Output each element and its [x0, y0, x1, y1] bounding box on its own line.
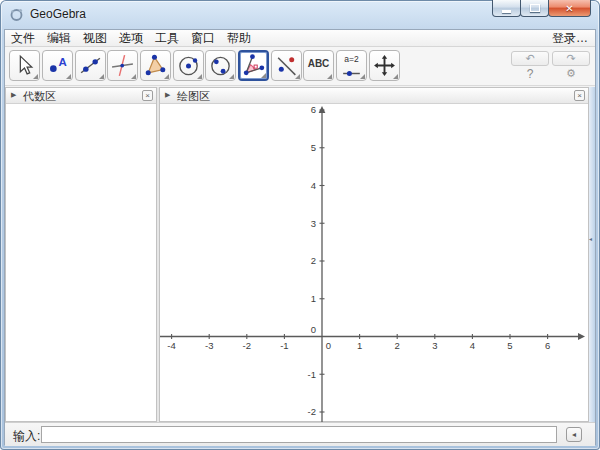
input-label: 输入:: [13, 428, 40, 445]
x-tick-label: -2: [243, 340, 251, 351]
undo-icon: ↶: [525, 52, 534, 64]
x-tick-label: 5: [507, 340, 512, 351]
redo-button[interactable]: ↷: [552, 51, 590, 66]
algebra-panel: ▶ 代数区 ×: [5, 87, 157, 422]
main-area: ▶ 代数区 × ▶ 绘图区 × -4-3-2-10123456-2-101234…: [5, 87, 595, 422]
minimize-icon: [502, 10, 511, 13]
menubar: 文件 编辑 视图 选项 工具 窗口 帮助 登录…: [5, 30, 595, 47]
graphics-panel-title: 绘图区: [177, 89, 210, 104]
dropdown-arrow-icon: [33, 74, 38, 79]
input-help-arrow-icon: ◂: [572, 430, 576, 439]
titlebar: GeoGebra ✕: [0, 0, 600, 29]
minimize-button[interactable]: [492, 0, 521, 17]
dropdown-arrow-icon: [261, 73, 266, 78]
menu-item-edit[interactable]: 编辑: [41, 30, 77, 47]
algebra-panel-title: 代数区: [23, 89, 56, 104]
y-tick-label: -1: [308, 369, 316, 380]
input-bar: 输入: ◂: [5, 422, 595, 446]
y-tick-label: 0: [311, 324, 316, 335]
y-tick-label: 4: [311, 180, 316, 191]
dropdown-arrow-icon: [164, 74, 169, 79]
menu-item-file[interactable]: 文件: [5, 30, 41, 47]
y-tick-label: 1: [311, 293, 316, 304]
menu-item-window[interactable]: 窗口: [185, 30, 221, 47]
svg-text:A: A: [59, 56, 67, 68]
menu-item-view[interactable]: 视图: [77, 30, 113, 47]
undo-button[interactable]: ↶: [511, 51, 549, 66]
settings-button[interactable]: ⚙: [563, 67, 579, 82]
menu-item-help[interactable]: 帮助: [221, 30, 257, 47]
tool-button-conic[interactable]: [205, 50, 236, 81]
graphics-canvas[interactable]: -4-3-2-10123456-2-10123456: [160, 105, 588, 423]
menu-item-tools[interactable]: 工具: [149, 30, 185, 47]
y-tick-label: 6: [311, 105, 316, 115]
close-icon: ×: [145, 91, 150, 100]
tool-button-angle[interactable]: [238, 50, 269, 81]
expander-arrow-icon[interactable]: ▶: [11, 91, 16, 99]
graphics-panel-header: ▶ 绘图区 ×: [160, 88, 588, 104]
dropdown-arrow-icon: [360, 74, 365, 79]
dropdown-arrow-icon: [197, 74, 202, 79]
x-tick-label: -3: [205, 340, 213, 351]
sidebar-collapse-arrow[interactable]: ◂: [589, 235, 595, 243]
toolbar: A: [5, 47, 595, 86]
tool-button-slider[interactable]: a=2: [336, 50, 367, 81]
tool-button-circle[interactable]: [173, 50, 204, 81]
maximize-icon: [530, 4, 540, 12]
tool-button-perpendicular-line[interactable]: [107, 50, 138, 81]
help-button[interactable]: ?: [522, 67, 538, 82]
x-tick-label: 2: [395, 340, 400, 351]
dropdown-arrow-icon: [229, 74, 234, 79]
graphics-panel: ▶ 绘图区 × -4-3-2-10123456-2-10123456: [159, 87, 589, 422]
tool-button-text[interactable]: ABC: [303, 50, 334, 81]
login-button[interactable]: 登录…: [552, 30, 588, 47]
dropdown-arrow-icon: [99, 74, 104, 79]
app-area: 文件 编辑 视图 选项 工具 窗口 帮助 登录… A: [4, 29, 596, 445]
x-tick-label: 4: [470, 340, 475, 351]
algebra-close-button[interactable]: ×: [142, 90, 153, 101]
x-tick-label: 0: [326, 340, 331, 351]
graphics-view-area: -4-3-2-10123456-2-10123456: [160, 105, 588, 421]
maximize-button[interactable]: [520, 0, 549, 17]
graphics-close-button[interactable]: ×: [574, 90, 585, 101]
text-icon: ABC: [304, 58, 333, 69]
redo-icon: ↷: [566, 52, 575, 64]
y-tick-label: 3: [311, 218, 316, 229]
close-icon: ×: [577, 91, 582, 100]
tool-button-move[interactable]: [9, 50, 40, 81]
x-tick-label: 1: [357, 340, 362, 351]
tool-button-line[interactable]: [75, 50, 106, 81]
dropdown-arrow-icon: [131, 74, 136, 79]
geogebra-logo-icon: [9, 7, 24, 22]
x-axis-arrow-icon: [578, 333, 585, 340]
gear-icon: ⚙: [566, 67, 576, 79]
tool-button-point[interactable]: A: [42, 50, 73, 81]
dropdown-arrow-icon: [327, 74, 332, 79]
y-tick-label: 5: [311, 142, 316, 153]
x-tick-label: 3: [432, 340, 437, 351]
dropdown-arrow-icon: [393, 74, 398, 79]
close-window-button[interactable]: ✕: [548, 0, 591, 17]
dropdown-arrow-icon: [66, 74, 71, 79]
x-tick-label: -1: [280, 340, 288, 351]
x-tick-label: -4: [167, 340, 175, 351]
geogebra-window: GeoGebra ✕ 文件 编辑 视图 选项 工具 窗口 帮助 登录…: [0, 0, 600, 450]
close-window-icon: ✕: [565, 3, 573, 14]
tool-button-polygon[interactable]: [140, 50, 171, 81]
tool-button-reflect[interactable]: [271, 50, 302, 81]
input-help-button[interactable]: ◂: [566, 427, 582, 442]
x-tick-label: 6: [545, 340, 550, 351]
right-edge-strip: ◂: [589, 87, 595, 422]
menu-item-options[interactable]: 选项: [113, 30, 149, 47]
window-controls: ✕: [493, 0, 591, 17]
algebra-panel-header: ▶ 代数区 ×: [6, 88, 156, 104]
dropdown-arrow-icon: [295, 74, 300, 79]
expander-arrow-icon[interactable]: ▶: [165, 91, 170, 99]
command-input[interactable]: [41, 426, 557, 443]
y-tick-label: -2: [308, 406, 316, 417]
y-tick-label: 2: [311, 255, 316, 266]
tool-button-move-graphics[interactable]: [369, 50, 400, 81]
algebra-view-area[interactable]: [6, 105, 156, 421]
window-title: GeoGebra: [30, 7, 86, 21]
